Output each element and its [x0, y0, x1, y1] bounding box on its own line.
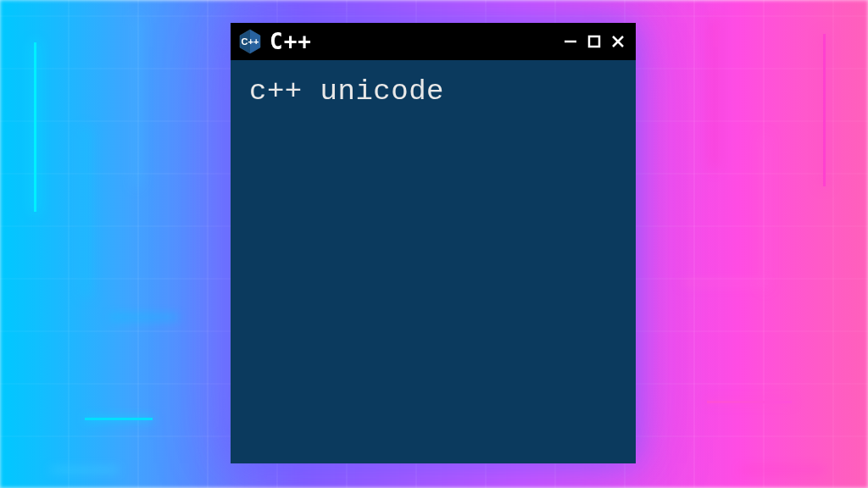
- maximize-button[interactable]: [585, 32, 604, 51]
- close-button[interactable]: [609, 32, 627, 51]
- titlebar-left: C++ C++: [239, 29, 554, 54]
- terminal-body[interactable]: c++ unicode: [231, 60, 636, 463]
- window-titlebar[interactable]: C++ C++: [231, 23, 636, 60]
- window-title: C++: [270, 29, 312, 54]
- terminal-window: C++ C++ c++ unicode: [231, 23, 636, 463]
- minimize-button[interactable]: [561, 32, 580, 51]
- svg-rect-4: [589, 36, 599, 47]
- window-controls: [561, 32, 627, 51]
- svg-text:C++: C++: [242, 36, 259, 47]
- terminal-output: c++ unicode: [249, 75, 617, 108]
- cpp-logo-icon: C++: [239, 29, 261, 54]
